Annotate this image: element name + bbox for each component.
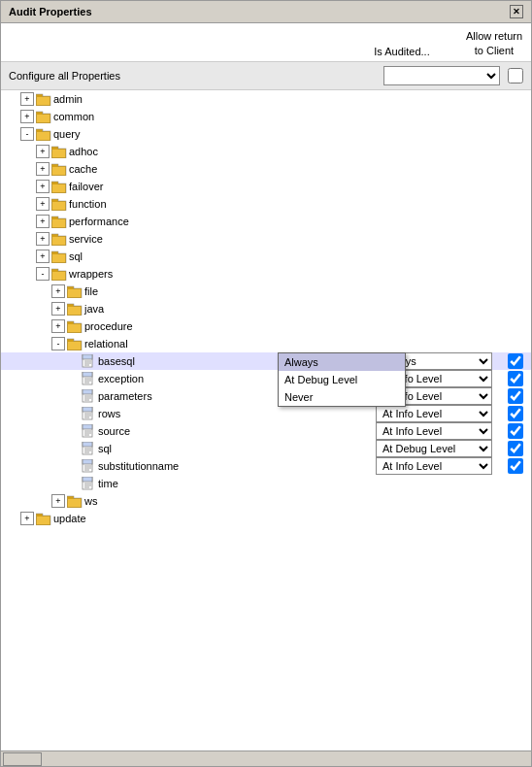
toggle-relational[interactable]: - (51, 337, 65, 350)
tree-item-ws[interactable]: + ws (1, 492, 531, 510)
close-button[interactable]: ✕ (510, 5, 523, 18)
folder-icon-java (67, 302, 83, 316)
label-cache: cache (69, 163, 531, 175)
configure-all-checkbox[interactable] (508, 68, 523, 83)
parameters-checkbox[interactable] (508, 388, 523, 404)
svg-rect-51 (83, 372, 92, 377)
toggle-performance[interactable]: + (36, 215, 50, 228)
configure-all-row: Configure all Properties Always At Info … (1, 62, 531, 90)
substitutionname-select[interactable]: Always At Info Level At Debug Level Neve… (376, 457, 492, 475)
tree-item-wrappers[interactable]: - wrappers (1, 265, 531, 283)
horizontal-scrollbar[interactable] (1, 750, 531, 766)
label-file: file (84, 285, 531, 297)
tree-item-sql-relational[interactable]: sql Always At Info Level At Debug Level … (1, 440, 531, 457)
label-relational: relational (84, 338, 531, 350)
toggle-java[interactable]: + (51, 302, 65, 316)
svg-rect-76 (83, 459, 92, 464)
tree-item-basesql[interactable]: basesql Always At Info Level At Debug Le… (1, 352, 531, 370)
doc-icon-time (81, 477, 96, 490)
label-admin: admin (53, 93, 531, 105)
configure-all-select[interactable]: Always At Info Level At Debug Level Neve… (383, 66, 500, 85)
rows-checkbox[interactable] (508, 406, 523, 421)
svg-rect-23 (52, 219, 65, 227)
tree-item-failover[interactable]: + failover (1, 178, 531, 195)
dropdown-option-at-debug-level[interactable]: At Debug Level (279, 371, 405, 388)
toggle-failover[interactable]: + (36, 180, 50, 193)
label-wrappers: wrappers (69, 268, 531, 280)
exception-checkbox[interactable] (508, 371, 523, 386)
tree-item-update[interactable]: + update (1, 510, 531, 527)
toggle-sql-query[interactable]: + (36, 250, 50, 263)
svg-rect-41 (68, 324, 81, 332)
folder-icon-cache (51, 162, 67, 176)
rows-select[interactable]: Always At Info Level At Debug Level Neve… (376, 405, 492, 422)
folder-icon-function (51, 197, 67, 211)
svg-rect-38 (68, 307, 81, 315)
window-title: Audit Properties (9, 6, 92, 17)
tree-item-function[interactable]: + function (1, 195, 531, 213)
dropdown-option-always[interactable]: Always (279, 353, 405, 371)
source-select[interactable]: Always At Info Level At Debug Level Neve… (376, 422, 492, 440)
label-adhoc: adhoc (69, 146, 531, 157)
toggle-function[interactable]: + (36, 197, 50, 211)
folder-icon-adhoc (51, 145, 67, 158)
tree-item-query[interactable]: - query (1, 125, 531, 143)
svg-rect-90 (37, 517, 50, 524)
svg-rect-20 (52, 202, 65, 210)
svg-rect-14 (52, 167, 65, 175)
tree-item-service[interactable]: + service (1, 230, 531, 248)
tree-content: + admin + common - (1, 90, 531, 750)
dropdown-option-never[interactable]: Never (279, 388, 405, 406)
source-checkbox[interactable] (508, 423, 523, 439)
toggle-query[interactable]: - (20, 127, 34, 141)
tree-item-exception[interactable]: exception Always At Info Level At Debug … (1, 370, 531, 387)
folder-icon-update (36, 512, 51, 525)
svg-rect-87 (68, 499, 81, 507)
label-ws: ws (84, 495, 531, 507)
toggle-common[interactable]: + (20, 110, 34, 123)
folder-icon-file (67, 284, 83, 298)
toggle-ws[interactable]: + (51, 494, 65, 508)
tree-item-common[interactable]: + common (1, 108, 531, 125)
tree-item-java[interactable]: + java (1, 300, 531, 317)
tree-item-performance[interactable]: + performance (1, 213, 531, 230)
dropdown-menu: Always At Debug Level Never (278, 352, 406, 407)
toggle-admin[interactable]: + (20, 92, 34, 106)
audit-properties-window: Audit Properties ✕ Is Audited... Allow r… (0, 0, 532, 767)
toggle-cache[interactable]: + (36, 162, 50, 176)
sql-relational-select[interactable]: Always At Info Level At Debug Level Neve… (376, 440, 492, 457)
folder-icon-common (36, 110, 51, 123)
tree-item-adhoc[interactable]: + adhoc (1, 143, 531, 160)
scroll-thumb[interactable] (3, 752, 42, 766)
label-time: time (98, 478, 531, 489)
tree-item-admin[interactable]: + admin (1, 90, 531, 108)
tree-item-file[interactable]: + file (1, 283, 531, 300)
tree-item-procedure[interactable]: + procedure (1, 317, 531, 335)
tree-item-cache[interactable]: + cache (1, 160, 531, 178)
svg-rect-46 (83, 354, 92, 359)
folder-icon-failover (51, 180, 67, 193)
svg-rect-71 (83, 442, 92, 447)
toggle-adhoc[interactable]: + (36, 145, 50, 158)
label-performance: performance (69, 216, 531, 227)
toggle-wrappers[interactable]: - (36, 267, 50, 281)
toggle-procedure[interactable]: + (51, 319, 65, 333)
sql-relational-checkbox[interactable] (508, 441, 523, 456)
tree-item-source[interactable]: source Always At Info Level At Debug Lev… (1, 422, 531, 440)
toggle-update[interactable]: + (20, 512, 34, 525)
substitutionname-checkbox[interactable] (508, 458, 523, 474)
label-substitutionname: substitutionname (98, 460, 376, 472)
label-query: query (53, 128, 531, 140)
toggle-file[interactable]: + (51, 284, 65, 298)
folder-icon-relational (67, 337, 83, 350)
toggle-service[interactable]: + (36, 232, 50, 246)
tree-item-relational[interactable]: - relational (1, 335, 531, 352)
svg-rect-44 (68, 342, 81, 350)
tree-item-substitutionname[interactable]: substitutionname Always At Info Level At… (1, 457, 531, 475)
tree-item-time[interactable]: time (1, 475, 531, 492)
tree-item-parameters[interactable]: parameters Always At Info Level At Debug… (1, 387, 531, 405)
tree-item-rows[interactable]: rows Always At Info Level At Debug Level… (1, 405, 531, 422)
tree-item-sql-query[interactable]: + sql (1, 248, 531, 265)
basesql-checkbox[interactable] (508, 353, 523, 369)
label-common: common (53, 111, 531, 122)
